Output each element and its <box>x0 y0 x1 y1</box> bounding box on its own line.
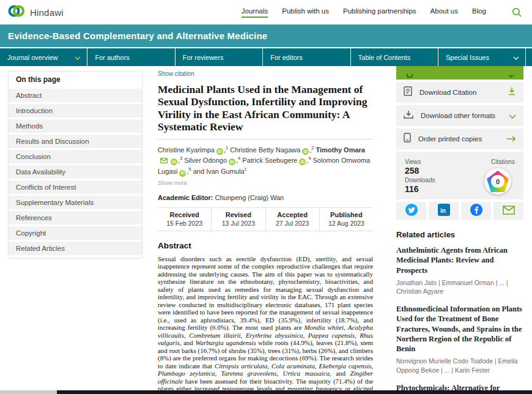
pdf-icon <box>407 74 413 78</box>
author-link[interactable]: and Ivan Gumula1 <box>193 168 247 175</box>
nav-link-about-us[interactable]: About us <box>430 7 458 18</box>
article-sidebar: Download Citation Download other formats… <box>396 66 523 394</box>
footer-edge <box>0 390 532 394</box>
toc-item-references[interactable]: References <box>9 211 142 225</box>
author-link[interactable]: Christine Betty NagawaiD,2 <box>230 146 314 154</box>
abstract-text: Sexual disorders such as erectile dysfun… <box>158 255 373 394</box>
date-received: Received 15 Feb 2023 <box>158 208 212 231</box>
footer-edge-bar <box>57 390 532 394</box>
hindawi-logo[interactable]: Hindawi <box>7 3 64 21</box>
show-citation-link[interactable]: Show citation <box>158 70 194 77</box>
download-pdf-button-partial[interactable] <box>396 66 523 80</box>
arrow-right-icon <box>506 133 516 144</box>
downloads-label: Downloads <box>405 177 435 184</box>
search-icon[interactable] <box>511 7 522 18</box>
dates-table: Received 15 Feb 2023 Revised 13 Jul 2023… <box>158 207 373 231</box>
journal-title[interactable]: Evidence-Based Complementary and Alterna… <box>8 31 267 41</box>
hindawi-rings-icon <box>7 3 26 21</box>
tab-for-reviewers[interactable]: For reviewers <box>175 48 263 66</box>
orcid-icon[interactable]: iD <box>229 158 235 165</box>
tab-for-authors[interactable]: For authors <box>87 48 175 66</box>
toc-item-methods[interactable]: Methods <box>9 119 142 133</box>
chevron-down-icon <box>513 54 519 61</box>
nav-link-journals[interactable]: Journals <box>242 7 268 18</box>
toc-item-copyright[interactable]: Copyright <box>9 226 142 240</box>
orcid-icon[interactable]: iD <box>216 148 223 155</box>
citation-document-icon <box>404 86 412 98</box>
share-facebook-button[interactable] <box>461 202 491 220</box>
author-list: Christine KyarimpaiD,1 Christine Betty N… <box>158 144 373 176</box>
article-main: Show citation Medicinal Plants Used in t… <box>158 67 373 394</box>
views-label: Views <box>405 158 435 165</box>
printed-copies-icon <box>404 133 411 145</box>
toc-item-supplementary-materials[interactable]: Supplementary Materials <box>9 196 142 209</box>
download-tray-icon <box>404 110 413 122</box>
brand-name: Hindawi <box>30 7 64 18</box>
chevron-down-icon <box>75 54 81 61</box>
top-nav: Journals Publish with us Publishing part… <box>242 7 522 18</box>
download-citation-button[interactable]: Download Citation <box>396 82 523 103</box>
metrics-panel: Views 258 Downloads 116 Citations 0 <box>396 152 523 199</box>
on-this-page-panel: On this page Abstract Introduction Metho… <box>8 71 142 258</box>
chevron-down-icon <box>509 110 516 121</box>
views-downloads: Views 258 Downloads 116 <box>405 158 435 195</box>
date-accepted: Accepted 27 Jul 2023 <box>266 208 320 231</box>
footer-edge-track <box>0 390 57 394</box>
date-revised: Revised 13 Jul 2023 <box>212 208 265 231</box>
tab-journal-overview[interactable]: Journal overview <box>0 48 87 66</box>
toc-item-data-availability[interactable]: Data Availability <box>9 165 142 179</box>
email-icon <box>503 206 515 217</box>
email-corresponding-icon[interactable] <box>160 157 168 165</box>
dimensions-citations-badge[interactable]: 0 <box>484 168 511 195</box>
on-this-page-title: On this page <box>9 72 142 87</box>
nav-link-blog[interactable]: Blog <box>472 7 486 18</box>
orcid-icon[interactable]: iD <box>302 148 309 155</box>
orcid-icon[interactable]: iD <box>299 158 306 165</box>
related-article-title[interactable]: Ethnomedicinal Information on Plants Use… <box>396 304 523 354</box>
tab-special-issues[interactable]: Special Issues <box>438 48 526 66</box>
order-printed-copies-button[interactable]: Order printed copies <box>396 128 523 149</box>
nav-link-publishing-partnerships[interactable]: Publishing partnerships <box>343 7 416 18</box>
author-link[interactable]: Christine KyarimpaiD,1 <box>158 146 228 154</box>
toc-item-conclusion[interactable]: Conclusion <box>9 150 142 163</box>
downloads-count: 116 <box>405 184 435 194</box>
share-email-button[interactable] <box>493 202 523 220</box>
citations-label: Citations <box>491 158 515 165</box>
academic-editor: Academic Editor: Chunpeng (Craig) Wan <box>158 194 373 201</box>
views-count: 258 <box>405 166 435 176</box>
facebook-icon <box>470 203 483 219</box>
tab-table-of-contents[interactable]: Table of Contents <box>351 48 438 66</box>
orcid-icon[interactable]: iD <box>171 158 177 165</box>
related-article-authors[interactable]: Nonvignon Murielle Codo Toafode | Emelia… <box>396 357 523 374</box>
journal-nav: Journal overview For authors For reviewe… <box>0 47 532 66</box>
title-divider <box>158 139 373 139</box>
chevron-down-icon <box>508 75 514 78</box>
article-title: Medicinal Plants Used in the Management … <box>158 83 373 133</box>
tab-for-editors[interactable]: For editors <box>263 48 350 66</box>
author-link[interactable]: Patrick SsebugereiD,4 <box>242 157 311 164</box>
toc-item-results-and-discussion[interactable]: Results and Discussion <box>9 135 142 148</box>
related-article-authors[interactable]: Jonathan Jato | Emmanuel Orman | ... | C… <box>396 278 523 296</box>
related-article: Ethnomedicinal Information on Plants Use… <box>396 304 523 375</box>
show-more-link[interactable]: Show more <box>158 179 373 186</box>
abstract-heading: Abstract <box>158 241 373 250</box>
related-articles-heading: Related articles <box>396 230 523 239</box>
share-linkedin-button[interactable]: in <box>429 202 459 220</box>
download-other-formats-button[interactable]: Download other formats <box>396 105 523 126</box>
citations-block: Citations 0 <box>484 158 515 195</box>
author-link[interactable]: Silver OdongoiD,4 <box>184 157 240 164</box>
share-twitter-button[interactable] <box>396 202 426 220</box>
related-article: Anthelmintic Agents from African Medicin… <box>396 245 523 296</box>
social-share-row: in <box>396 202 523 220</box>
toc-item-related-articles[interactable]: Related Articles <box>9 242 142 255</box>
svg-text:in: in <box>440 207 446 214</box>
nav-link-publish-with-us[interactable]: Publish with us <box>282 7 329 18</box>
toc-item-introduction[interactable]: Introduction <box>9 104 142 117</box>
journal-banner: Evidence-Based Complementary and Alterna… <box>0 24 532 47</box>
date-published: Published 12 Aug 2023 <box>320 208 373 231</box>
orcid-icon[interactable]: iD <box>179 170 186 177</box>
toc-item-conflicts-of-interest[interactable]: Conflicts of Interest <box>9 180 142 194</box>
related-article-title[interactable]: Anthelmintic Agents from African Medicin… <box>396 245 523 275</box>
twitter-icon <box>405 203 418 219</box>
toc-item-abstract[interactable]: Abstract <box>9 89 142 102</box>
